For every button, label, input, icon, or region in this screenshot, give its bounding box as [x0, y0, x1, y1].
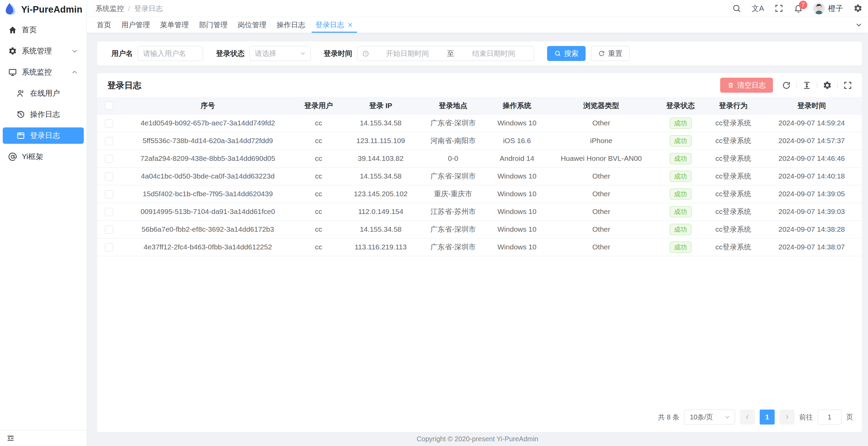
app-logo[interactable]: Yi-PureAdmin: [0, 0, 87, 19]
cell-time: 2024-09-07 14:40:18: [761, 167, 862, 185]
cell-time: 2024-09-07 14:39:03: [761, 203, 862, 220]
sidebar-item-系统监控[interactable]: 系统监控: [3, 64, 84, 80]
row-checkbox[interactable]: [105, 226, 113, 234]
tab-操作日志[interactable]: 操作日志: [272, 17, 310, 33]
sidebar-item-系统管理[interactable]: 系统管理: [3, 43, 84, 59]
page-content: 用户名 登录状态 请选择 登录时间 开始日期时间 至 结束日期时间: [87, 33, 868, 432]
cell-user: cc: [295, 167, 342, 185]
cell-browser: Other: [547, 238, 656, 256]
cell-browser: Other: [547, 220, 656, 238]
table-row: 4a04c1bc-0d50-3bde-ca0f-3a14dd63223dcc14…: [97, 167, 862, 185]
status-badge: 成功: [670, 206, 692, 217]
chevron-down-icon: [299, 50, 306, 57]
translate-icon[interactable]: 文A: [751, 3, 764, 14]
page-size-value: 10条/页: [690, 413, 713, 422]
table-body: 4e1d0549-b092-657b-aec7-3a14dd749fd2cc14…: [97, 114, 862, 256]
tab-label: 用户管理: [121, 20, 150, 30]
row-checkbox[interactable]: [105, 190, 113, 198]
user-menu[interactable]: 橙子: [813, 3, 843, 14]
select-all-checkbox[interactable]: [105, 102, 113, 110]
column-header: 登录用户: [295, 97, 342, 114]
tab-用户管理[interactable]: 用户管理: [116, 17, 155, 33]
avatar: [813, 3, 825, 14]
row-checkbox[interactable]: [105, 119, 113, 127]
cell-os: Windows 10: [487, 238, 547, 256]
status-badge: 成功: [670, 171, 692, 182]
cell-user: cc: [295, 238, 342, 256]
sidebar-item-Yi框架[interactable]: Yi框架: [3, 149, 84, 165]
row-checkbox[interactable]: [105, 137, 113, 145]
search-icon[interactable]: [732, 4, 741, 13]
cell-ip: 14.155.34.58: [342, 220, 419, 238]
username-label: 用户名: [111, 49, 133, 58]
cell-id: 00914995-513b-7104-da91-3a14dd61fce0: [121, 203, 295, 220]
cell-time: 2024-09-07 14:38:28: [761, 220, 862, 238]
prev-page-button[interactable]: [740, 410, 755, 425]
density-icon[interactable]: [802, 81, 811, 90]
status-field-group: 登录状态 请选择: [216, 46, 311, 61]
sidebar-item-首页[interactable]: 首页: [3, 22, 84, 38]
fullscreen-icon[interactable]: [774, 4, 784, 13]
status-select[interactable]: 请选择: [249, 46, 311, 61]
tab-登录日志[interactable]: 登录日志: [310, 17, 358, 33]
page-size-select[interactable]: 10条/页: [684, 410, 735, 425]
row-checkbox-cell: [97, 220, 121, 238]
time-range-picker[interactable]: 开始日期时间 至 结束日期时间: [357, 46, 534, 61]
page-number-1[interactable]: 1: [760, 410, 775, 425]
table-row: 72afa294-8209-438e-8bb5-3a14dd690d05cc39…: [97, 150, 862, 167]
row-checkbox[interactable]: [105, 208, 113, 216]
tab-菜单管理[interactable]: 菜单管理: [155, 17, 194, 33]
time-label: 登录时间: [324, 49, 352, 58]
sidebar-item-label: Yi框架: [22, 152, 78, 162]
sidebar-item-在线用户[interactable]: 在线用户: [3, 85, 84, 102]
reset-button[interactable]: 重置: [591, 46, 630, 61]
tab-部门管理[interactable]: 部门管理: [194, 17, 233, 33]
goto-page-input[interactable]: [818, 410, 841, 425]
page-unit-label: 页: [846, 413, 853, 422]
chevron-down-icon: [724, 414, 731, 420]
card-header: 登录日志 清空日志: [97, 73, 862, 97]
row-checkbox[interactable]: [105, 243, 113, 251]
tab-首页[interactable]: 首页: [92, 17, 116, 33]
search-form-card: 用户名 登录状态 请选择 登录时间 开始日期时间 至 结束日期时间: [97, 42, 862, 65]
cell-user: cc: [295, 220, 342, 238]
sidebar-item-label: 操作日志: [30, 109, 78, 120]
tabs-dropdown-chevron-icon[interactable]: [850, 17, 868, 33]
cell-user: cc: [295, 132, 342, 150]
row-checkbox[interactable]: [105, 172, 113, 181]
collapse-sidebar-icon[interactable]: [6, 433, 16, 443]
username-field-group: 用户名: [111, 46, 203, 61]
close-icon[interactable]: [347, 22, 353, 28]
cell-status: 成功: [656, 203, 705, 220]
cell-ip: 112.0.149.154: [342, 203, 419, 220]
refresh-icon[interactable]: [782, 81, 791, 90]
cell-os: Windows 10: [487, 203, 547, 220]
notification-bell-icon[interactable]: 7: [794, 4, 803, 13]
settings-gear-icon[interactable]: [853, 4, 863, 13]
row-checkbox-cell: [97, 185, 121, 203]
cell-user: cc: [295, 185, 342, 203]
sidebar-item-登录日志[interactable]: 登录日志: [3, 127, 84, 144]
cell-time: 2024-09-07 14:59:24: [761, 114, 862, 132]
column-settings-gear-icon[interactable]: [823, 81, 832, 90]
column-header: 序号: [121, 97, 295, 114]
clear-logs-button[interactable]: 清空日志: [720, 78, 773, 93]
status-badge: 成功: [670, 242, 692, 253]
sidebar-item-操作日志[interactable]: 操作日志: [3, 106, 84, 123]
next-page-button[interactable]: [779, 410, 794, 425]
username-input[interactable]: [138, 46, 203, 61]
tab-岗位管理[interactable]: 岗位管理: [233, 17, 272, 33]
sidebar-footer: [0, 430, 87, 446]
cell-status: 成功: [656, 185, 705, 203]
logo-drop-icon: [4, 2, 17, 17]
table-tool-icons: [782, 81, 852, 90]
search-button[interactable]: 搜索: [547, 46, 586, 61]
cell-ip: 113.116.219.113: [342, 238, 419, 256]
status-select-placeholder: 请选择: [255, 49, 276, 58]
table-fullscreen-icon[interactable]: [843, 81, 852, 90]
breadcrumb-page: 登录日志: [134, 4, 163, 13]
username: 橙子: [828, 3, 843, 14]
row-checkbox[interactable]: [105, 155, 113, 163]
breadcrumb-section[interactable]: 系统监控: [95, 4, 124, 13]
clock-icon: [362, 50, 369, 57]
